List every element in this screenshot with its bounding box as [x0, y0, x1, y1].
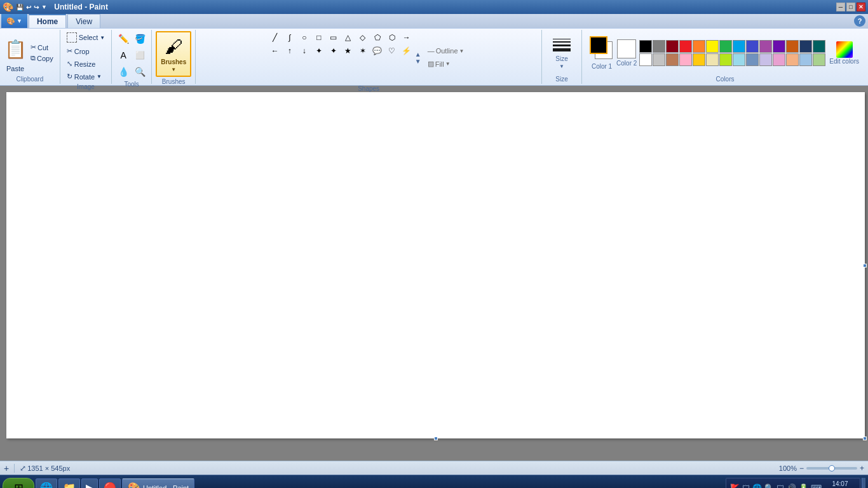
swatch-lightorange[interactable] — [786, 53, 799, 66]
shape-leftarrow[interactable]: ← — [268, 44, 282, 57]
taskbar-smart[interactable]: 🔴 — [99, 478, 121, 489]
swatch-darkblue[interactable] — [799, 40, 812, 53]
quick-access-undo[interactable]: ↩ — [26, 4, 31, 11]
crop-button[interactable]: ✂ Crop — [64, 46, 108, 57]
swatch-lightgray[interactable] — [653, 53, 665, 66]
swatch-teal[interactable] — [813, 40, 825, 53]
swatch-gold[interactable] — [693, 53, 705, 66]
shapes-scroll-col[interactable]: ▲ ▼ — [415, 48, 421, 67]
pencil-tool[interactable]: ✏️ — [116, 31, 131, 46]
shape-line[interactable]: ╱ — [268, 31, 282, 44]
cut-button[interactable]: ✂ Cut — [28, 43, 56, 52]
tray-virus-icon[interactable]: 🛡 — [776, 484, 784, 489]
swatch-white[interactable] — [639, 53, 652, 66]
swatch-darkorange[interactable] — [786, 40, 799, 53]
tray-search-icon[interactable]: 🔍 — [764, 484, 774, 489]
rotate-button[interactable]: ↻ Rotate ▼ — [64, 71, 108, 82]
tab-home[interactable]: Home — [29, 14, 66, 28]
close-button[interactable]: ✕ — [857, 3, 865, 11]
canvas[interactable] — [6, 92, 865, 438]
text-tool[interactable]: A — [116, 48, 131, 63]
shapes-scroll-down[interactable]: ▼ — [415, 58, 421, 65]
quick-access-save[interactable]: 💾 — [16, 4, 24, 11]
swatch-lavender[interactable] — [759, 53, 772, 66]
swatch-blue[interactable] — [733, 40, 745, 53]
taskbar-ie[interactable]: 🌐 — [36, 478, 57, 489]
tab-view[interactable]: View — [67, 14, 100, 28]
shape-star5[interactable]: ★ — [341, 44, 355, 57]
help-button[interactable]: ? — [854, 15, 865, 27]
swatch-mauve[interactable] — [773, 53, 785, 66]
canvas-resize-right[interactable] — [863, 264, 867, 268]
paste-button[interactable]: 📋 Paste — [4, 33, 27, 72]
tray-battery-icon[interactable]: 🔋 — [799, 484, 808, 489]
swatch-green[interactable] — [719, 40, 732, 53]
paint-menu-button[interactable]: 🎨 ▼ — [1, 14, 27, 28]
outline-button[interactable]: — Outline ▼ — [425, 46, 467, 56]
shapes-scroll-up[interactable]: ▲ — [415, 51, 421, 58]
shape-star6[interactable]: ✶ — [356, 44, 370, 57]
shape-downarrow[interactable]: ↓ — [297, 44, 311, 57]
shape-heart[interactable]: ♡ — [385, 44, 399, 57]
shape-triangle[interactable]: △ — [341, 31, 355, 44]
shape-star4[interactable]: ✦ — [327, 44, 341, 57]
shape-callout[interactable]: 💬 — [370, 44, 384, 57]
magnifier-tool[interactable]: 🔍 — [132, 64, 147, 79]
copy-button[interactable]: ⧉ Copy — [28, 53, 56, 63]
swatch-steelblue[interactable] — [746, 53, 759, 66]
tray-network-icon[interactable]: 🌐 — [752, 484, 762, 489]
swatch-red[interactable] — [679, 40, 692, 53]
system-clock[interactable]: 14:07 17/06/2013 — [824, 480, 856, 489]
shape-diamond[interactable]: ◇ — [356, 31, 370, 44]
color2-box[interactable] — [617, 39, 636, 58]
quick-access-arrow[interactable]: ▼ — [41, 4, 47, 10]
shape-lightning[interactable]: ⚡ — [400, 44, 414, 57]
start-button[interactable]: ⊞ — [3, 478, 34, 489]
shape-roundrect[interactable]: ▭ — [327, 31, 341, 44]
canvas-resize-corner[interactable] — [863, 437, 867, 440]
swatch-indigo[interactable] — [746, 40, 759, 53]
status-add-icon[interactable]: + — [4, 463, 9, 473]
shape-oval[interactable]: ○ — [297, 31, 311, 44]
zoom-slider[interactable] — [806, 467, 857, 470]
taskbar-paint[interactable]: 🎨 Untitled - Paint — [122, 478, 194, 489]
quick-access-redo[interactable]: ↪ — [34, 4, 39, 11]
select-button[interactable]: Select ▼ — [64, 31, 108, 44]
show-desktop-button[interactable] — [862, 478, 865, 489]
fill-tool[interactable]: 🪣 — [132, 31, 147, 46]
resize-button[interactable]: ⤡ Resize — [64, 58, 108, 69]
swatch-brown[interactable] — [666, 53, 679, 66]
tray-security-icon[interactable]: 🛡 — [742, 484, 750, 489]
tray-keyboard-icon[interactable]: ⌨ — [811, 484, 822, 489]
shape-curve[interactable]: ∫ — [283, 31, 297, 44]
swatch-purple[interactable] — [759, 40, 772, 53]
zoom-in-button[interactable]: + — [860, 464, 864, 473]
taskbar-explorer[interactable]: 📁 — [58, 478, 80, 489]
fill-button[interactable]: ▨ Fill ▼ — [425, 58, 467, 69]
zoom-thumb[interactable] — [829, 465, 835, 471]
shape-4arrow[interactable]: ✦ — [312, 44, 326, 57]
eraser-tool[interactable]: ⬜ — [132, 48, 147, 63]
swatch-skyblue[interactable] — [799, 53, 812, 66]
shape-rect[interactable]: □ — [312, 31, 326, 44]
brushes-button[interactable]: 🖌 Brushes ▼ — [156, 31, 191, 77]
swatch-darkgray[interactable] — [653, 40, 665, 53]
swatch-darkpurple[interactable] — [773, 40, 785, 53]
tray-flag-icon[interactable]: 🚩 — [730, 484, 740, 489]
shape-pentagon[interactable]: ⬠ — [370, 31, 384, 44]
zoom-out-button[interactable]: − — [799, 464, 804, 473]
shape-hexagon[interactable]: ⬡ — [385, 31, 399, 44]
swatch-lime[interactable] — [719, 53, 732, 66]
swatch-yellow[interactable] — [706, 40, 719, 53]
taskbar-media[interactable]: ▶ — [81, 478, 98, 489]
shape-uparrow[interactable]: ↑ — [283, 44, 297, 57]
swatch-orange[interactable] — [693, 40, 705, 53]
swatch-cream[interactable] — [706, 53, 719, 66]
swatch-lightblue[interactable] — [733, 53, 745, 66]
swatch-darkred[interactable] — [666, 40, 679, 53]
canvas-container[interactable] — [0, 86, 868, 461]
swatch-mint[interactable] — [813, 53, 825, 66]
swatch-black[interactable] — [639, 40, 652, 53]
size-button[interactable]: Size ▼ — [546, 36, 578, 69]
color-picker-tool[interactable]: 💧 — [116, 64, 131, 79]
